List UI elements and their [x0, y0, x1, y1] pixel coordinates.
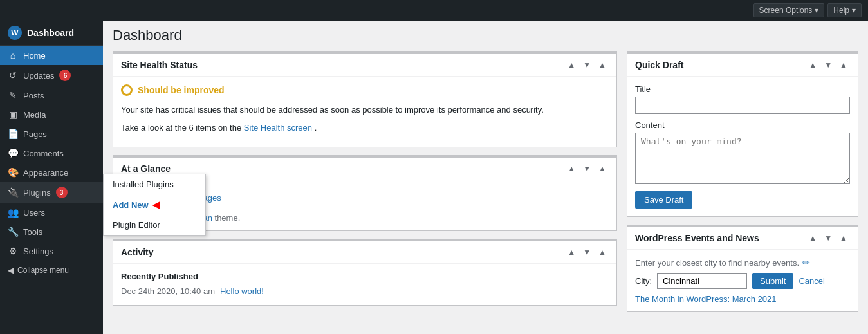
main-layout: W Dashboard ◀ ⌂ Home ↺ Updates 6 ✎ Posts… — [0, 21, 868, 334]
sidebar-tools-label: Tools — [23, 227, 42, 237]
health-status: Should be improved — [121, 84, 609, 96]
sidebar-comments-label: Comments — [23, 149, 64, 158]
settings-icon: ⚙ — [8, 246, 18, 256]
events-desc-text: Enter your closest city to find nearby e… — [635, 258, 799, 268]
events-controls: ▲ ▼ ▲ — [806, 232, 850, 244]
plugins-icon: 🔌 — [8, 187, 18, 198]
qd-collapse-up[interactable]: ▲ — [806, 59, 819, 71]
sidebar-item-home[interactable]: ⌂ Home — [0, 46, 103, 65]
activity-post-link[interactable]: Hello world! — [220, 286, 264, 296]
sidebar-item-settings[interactable]: ⚙ Settings — [0, 241, 103, 261]
activity-collapse-up[interactable]: ▲ — [565, 246, 578, 258]
sidebar-home-label: Home — [23, 51, 46, 60]
events-collapse-up[interactable]: ▲ — [806, 232, 819, 244]
city-input[interactable] — [657, 273, 747, 289]
wp-logo: W — [8, 26, 22, 40]
dropdown-arrow-icon: ▾ — [852, 6, 856, 15]
users-icon: 👥 — [8, 207, 18, 218]
submenu-installed-plugins[interactable]: Installed Plugins — [104, 174, 205, 194]
sidebar-header[interactable]: W Dashboard ◀ — [0, 21, 103, 46]
sidebar-item-users[interactable]: 👥 Users — [0, 203, 103, 222]
sidebar: W Dashboard ◀ ⌂ Home ↺ Updates 6 ✎ Posts… — [0, 21, 103, 334]
submenu-plugin-editor[interactable]: Plugin Editor — [104, 215, 205, 235]
recently-published-label: Recently Published — [121, 272, 609, 281]
sidebar-item-comments[interactable]: 💬 Comments — [0, 144, 103, 163]
help-button[interactable]: Help ▾ — [827, 3, 862, 17]
events-collapse-down[interactable]: ▼ — [822, 232, 835, 244]
collapse-label: Collapse menu — [17, 266, 69, 275]
sidebar-posts-label: Posts — [23, 91, 44, 100]
sidebar-title: Dashboard — [27, 28, 74, 38]
activity-body: Recently Published Dec 24th 2020, 10:40 … — [113, 264, 616, 305]
at-a-glance-controls: ▲ ▼ ▲ — [565, 163, 609, 174]
events-news-widget: WordPress Events and News ▲ ▼ ▲ Enter yo… — [627, 225, 858, 312]
widget-collapse-up[interactable]: ▲ — [565, 59, 578, 71]
activity-item: Dec 24th 2020, 10:40 am Hello world! — [121, 285, 609, 297]
sidebar-item-updates[interactable]: ↺ Updates 6 — [0, 65, 103, 86]
glance-toggle[interactable]: ▲ — [596, 163, 609, 174]
plugin-editor-label: Plugin Editor — [113, 220, 160, 230]
plugins-badge: 3 — [56, 187, 68, 198]
at-a-glance-title: At a Glance — [121, 163, 171, 174]
activity-collapse-down[interactable]: ▼ — [580, 246, 593, 258]
draft-content-textarea[interactable] — [635, 133, 850, 184]
comments-icon: 💬 — [8, 148, 18, 158]
site-health-link[interactable]: Site Health screen — [244, 123, 312, 133]
sidebar-item-tools[interactable]: 🔧 Tools — [0, 222, 103, 241]
save-draft-button[interactable]: Save Draft — [635, 191, 692, 209]
dashboard-columns: Site Health Status ▲ ▼ ▲ Should be impro… — [113, 51, 858, 312]
events-desc: Enter your closest city to find nearby e… — [635, 257, 850, 268]
page-title: Dashboard — [113, 27, 858, 44]
activity-widget: Activity ▲ ▼ ▲ Recently Published Dec 24… — [113, 239, 617, 306]
draft-content-label: Content — [635, 120, 850, 130]
activity-controls: ▲ ▼ ▲ — [565, 246, 609, 258]
submenu-add-new[interactable]: Add New ◀ — [104, 194, 205, 215]
quick-draft-body: Title Content Save Draft — [627, 77, 858, 216]
events-cancel-link[interactable]: Cancel — [799, 276, 824, 286]
activity-title: Activity — [121, 247, 154, 257]
activity-toggle[interactable]: ▲ — [596, 246, 609, 258]
quick-draft-widget: Quick Draft ▲ ▼ ▲ Title Content Save Dra… — [627, 51, 858, 217]
sidebar-item-pages[interactable]: 📄 Pages — [0, 124, 103, 144]
health-status-text: Should be improved — [138, 85, 225, 95]
screen-options-label: Screen Options — [759, 6, 813, 15]
quick-draft-controls: ▲ ▼ ▲ — [806, 59, 850, 71]
screen-options-button[interactable]: Screen Options ▾ — [753, 3, 825, 17]
sidebar-item-posts[interactable]: ✎ Posts — [0, 86, 103, 105]
qd-toggle[interactable]: ▲ — [837, 59, 850, 71]
events-news-link[interactable]: The Month in WordPress: March 2021 — [635, 294, 850, 304]
sidebar-item-media[interactable]: ▣ Media — [0, 105, 103, 124]
sidebar-item-appearance[interactable]: 🎨 Appearance — [0, 163, 103, 182]
events-toggle[interactable]: ▲ — [837, 232, 850, 244]
plugins-submenu: Installed Plugins Add New ◀ Plugin Edito… — [103, 174, 206, 236]
sidebar-settings-label: Settings — [23, 246, 53, 256]
widget-collapse-down[interactable]: ▼ — [580, 59, 593, 71]
health-link-suffix: . — [315, 123, 317, 133]
events-submit-button[interactable]: Submit — [752, 273, 793, 289]
widget-toggle[interactable]: ▲ — [596, 59, 609, 71]
pages-icon: 📄 — [8, 129, 18, 139]
sidebar-appearance-label: Appearance — [23, 168, 68, 178]
posts-icon: ✎ — [8, 90, 18, 100]
installed-plugins-label: Installed Plugins — [113, 180, 174, 189]
events-header: WordPress Events and News ▲ ▼ ▲ — [627, 227, 858, 250]
events-body: Enter your closest city to find nearby e… — [627, 250, 858, 311]
collapse-menu[interactable]: ◀ Collapse menu — [0, 261, 103, 280]
qd-collapse-down[interactable]: ▼ — [822, 59, 835, 71]
sidebar-updates-label: Updates — [23, 71, 54, 80]
site-health-body: Should be improved Your site has critica… — [113, 77, 616, 147]
draft-title-input[interactable] — [635, 97, 850, 114]
sidebar-item-plugins[interactable]: 🔌 Plugins 3 ◀ — [0, 182, 103, 203]
media-icon: ▣ — [8, 109, 18, 120]
site-health-title: Site Health Status — [121, 60, 198, 70]
glance-collapse-up[interactable]: ▲ — [565, 163, 578, 174]
home-icon: ⌂ — [8, 50, 18, 60]
glance-collapse-down[interactable]: ▼ — [580, 163, 593, 174]
add-new-arrow-icon: ◀ — [152, 199, 160, 210]
health-circle-icon — [121, 84, 133, 96]
health-desc: Your site has critical issues that shoul… — [121, 104, 609, 116]
activity-date: Dec 24th 2020, 10:40 am — [121, 286, 215, 296]
sidebar-users-label: Users — [23, 208, 45, 218]
sidebar-plugins-label: Plugins — [23, 188, 51, 198]
collapse-icon: ◀ — [8, 266, 14, 275]
